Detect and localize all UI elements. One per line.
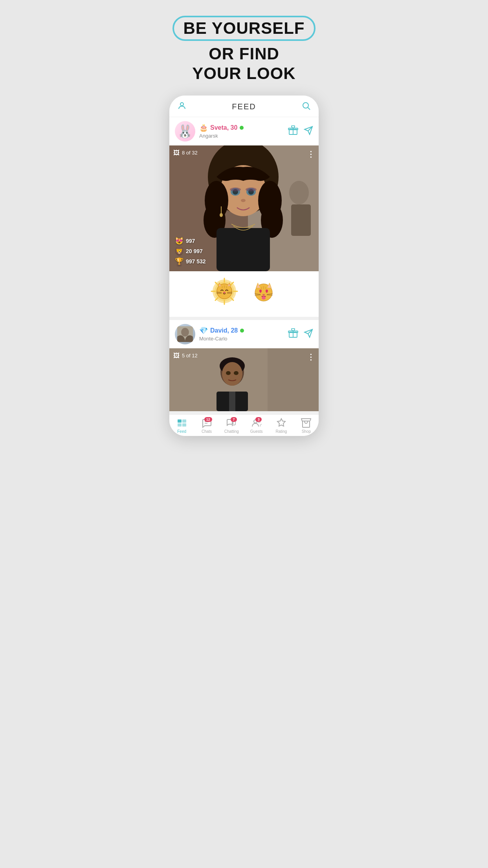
svg-point-26 bbox=[220, 213, 223, 217]
promo-line1: BE YOURSELF bbox=[172, 16, 316, 41]
user-info-david: 💎 David, 28 Monte-Carlo bbox=[199, 326, 288, 342]
feed-title: FEED bbox=[232, 102, 256, 111]
svg-rect-86 bbox=[178, 419, 182, 423]
nav-feed[interactable]: Feed bbox=[169, 418, 194, 434]
photo-area-sveta[interactable]: 🖼 8 of 32 ⋮ 😻 997 🦁 20 997 🏆 997 bbox=[169, 145, 319, 271]
chatting-badge: 7 bbox=[231, 417, 237, 422]
guests-badge: 3 bbox=[255, 417, 262, 422]
shop-icon bbox=[301, 418, 311, 428]
user-badge-david: 💎 bbox=[199, 326, 208, 335]
user-location-david: Monte-Carlo bbox=[199, 336, 288, 342]
user-badge-sveta: 🎂 bbox=[199, 123, 208, 132]
send-button-sveta[interactable] bbox=[304, 126, 313, 137]
nav-rating-label: Rating bbox=[276, 429, 287, 434]
send-button-david[interactable] bbox=[304, 329, 313, 340]
photo-area-david[interactable]: 🖼 5 of 12 ⋮ bbox=[169, 348, 319, 411]
rating-icon bbox=[276, 418, 286, 428]
app-header: FEED bbox=[169, 96, 319, 117]
svg-rect-83 bbox=[229, 392, 235, 411]
feed-card-david: 💎 David, 28 Monte-Carlo bbox=[169, 320, 319, 414]
svg-line-64 bbox=[261, 287, 262, 289]
nav-chats-label: Chats bbox=[202, 429, 212, 434]
promo-line2: OR FIND YOUR LOOK bbox=[158, 44, 330, 84]
svg-point-85 bbox=[234, 371, 238, 375]
online-indicator-david bbox=[240, 329, 244, 333]
nav-feed-label: Feed bbox=[177, 429, 186, 434]
svg-point-1 bbox=[303, 103, 308, 108]
avatar-david[interactable] bbox=[175, 324, 195, 344]
user-info-sveta: 🎂 Sveta, 30 Angarsk bbox=[199, 123, 288, 139]
nav-guests-label: Guests bbox=[250, 429, 263, 434]
avatar-sveta[interactable]: 🐰 bbox=[175, 121, 195, 142]
card-actions-sveta bbox=[288, 125, 313, 137]
gift-button-sveta[interactable] bbox=[288, 125, 298, 137]
photo-menu-sveta[interactable]: ⋮ bbox=[307, 149, 315, 159]
svg-line-2 bbox=[308, 107, 310, 110]
svg-rect-87 bbox=[182, 419, 186, 423]
stat-trophy: 🏆 997 532 bbox=[175, 257, 206, 266]
photo-counter-sveta: 🖼 8 of 32 bbox=[173, 149, 198, 156]
svg-point-23 bbox=[241, 199, 246, 202]
phone-frame: FEED 🐰 🎂 Sveta, 30 Angarsk bbox=[169, 96, 319, 436]
promo-section: BE YOURSELF OR FIND YOUR LOOK bbox=[150, 8, 338, 96]
svg-line-66 bbox=[266, 287, 266, 289]
stat-hearts: 😻 997 bbox=[175, 237, 206, 245]
chats-badge: 12 bbox=[204, 417, 212, 422]
sticker-love-cat[interactable] bbox=[250, 278, 277, 311]
nav-chats[interactable]: 12 Chats bbox=[194, 418, 219, 434]
online-indicator-sveta bbox=[240, 126, 244, 130]
photo-counter-david: 🖼 5 of 12 bbox=[173, 352, 198, 359]
sticker-row-sveta bbox=[169, 271, 319, 317]
svg-point-22 bbox=[246, 188, 257, 191]
stats-row-sveta: 😻 997 🦁 20 997 🏆 997 532 bbox=[175, 237, 206, 266]
nav-guests[interactable]: 3 Guests bbox=[244, 418, 269, 434]
card-actions-david bbox=[288, 328, 313, 340]
nav-rating[interactable]: Rating bbox=[269, 418, 294, 434]
nav-shop[interactable]: Shop bbox=[294, 418, 319, 434]
stat-cat: 🦁 20 997 bbox=[175, 247, 206, 256]
svg-line-50 bbox=[222, 286, 222, 289]
feed-card-sveta: 🐰 🎂 Sveta, 30 Angarsk bbox=[169, 117, 319, 320]
user-name-david[interactable]: David, 28 bbox=[210, 327, 238, 334]
user-name-sveta[interactable]: Sveta, 30 bbox=[210, 124, 237, 131]
nav-chatting-label: Chatting bbox=[224, 429, 239, 434]
svg-point-59 bbox=[262, 296, 266, 300]
gift-button-david[interactable] bbox=[288, 328, 298, 340]
user-location-sveta: Angarsk bbox=[199, 133, 288, 139]
svg-rect-88 bbox=[178, 423, 182, 427]
svg-rect-24 bbox=[216, 228, 270, 271]
svg-rect-94 bbox=[303, 421, 310, 427]
svg-point-21 bbox=[230, 188, 241, 191]
photo-menu-david[interactable]: ⋮ bbox=[307, 352, 315, 362]
user-row-david: 💎 David, 28 Monte-Carlo bbox=[169, 320, 319, 348]
nav-chatting[interactable]: 7 Chatting bbox=[219, 418, 244, 434]
search-icon[interactable] bbox=[301, 101, 311, 113]
feed-icon bbox=[177, 418, 187, 428]
nav-shop-label: Shop bbox=[302, 429, 311, 434]
sticker-sun-cat[interactable] bbox=[211, 278, 238, 311]
svg-point-84 bbox=[226, 371, 231, 375]
user-row-sveta: 🐰 🎂 Sveta, 30 Angarsk bbox=[169, 117, 319, 145]
svg-line-52 bbox=[226, 286, 227, 289]
svg-rect-89 bbox=[182, 423, 186, 427]
svg-point-45 bbox=[223, 292, 226, 293]
svg-point-81 bbox=[222, 362, 242, 386]
svg-rect-28 bbox=[291, 204, 311, 236]
photo-counter-icon: 🖼 bbox=[173, 149, 180, 156]
profile-icon[interactable] bbox=[177, 101, 187, 113]
svg-point-58 bbox=[262, 294, 265, 296]
svg-point-68 bbox=[181, 328, 189, 337]
svg-point-27 bbox=[289, 181, 309, 204]
bottom-nav: Feed 12 Chats 7 Chatting 3 bbox=[169, 414, 319, 436]
svg-point-0 bbox=[180, 103, 183, 106]
